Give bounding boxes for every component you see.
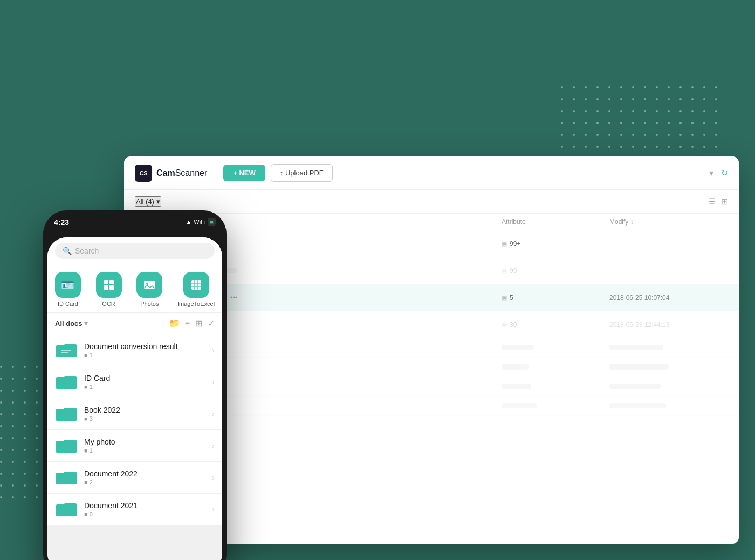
select-icon[interactable]: ✓ <box>208 318 215 329</box>
upload-pdf-button[interactable]: ↑ Upload PDF <box>271 164 333 182</box>
logo-text: CamScanner <box>156 168 207 178</box>
row-attr: ▣ 30 <box>502 321 609 329</box>
folder-info: Book 2022 ■ 3 <box>84 406 212 422</box>
wifi-icon: WiFi <box>194 218 205 225</box>
refresh-icon[interactable]: ↻ <box>721 168 728 178</box>
folder-icon <box>55 468 78 487</box>
folder-count: ■ 0 <box>84 511 212 517</box>
svg-rect-12 <box>144 281 155 289</box>
folder-count: ■ 3 <box>84 415 212 422</box>
chevron-right-icon: › <box>212 473 215 482</box>
svg-point-13 <box>146 283 148 285</box>
row-attr: ▣ 99 <box>502 267 609 275</box>
list-item[interactable]: Document 2021 ■ 0 › <box>47 494 222 525</box>
folder-icon <box>55 341 78 359</box>
phone-folder-list: Document conversion result ■ 1 › ID Car <box>47 334 222 525</box>
folder-name: Document 2021 <box>84 501 212 510</box>
sort-icon[interactable]: ≡ <box>185 319 190 329</box>
desktop-header: CS CamScanner + NEW ↑ Upload PDF ▾ ↻ <box>124 156 739 190</box>
phone-screen: 🔍 Search 🪪 ID Card <box>47 237 222 560</box>
view-icons: ☰ ⊞ <box>708 196 728 207</box>
list-item[interactable]: Document 2022 ■ 2 › <box>47 462 222 494</box>
photos-label: Photos <box>140 301 159 307</box>
logo-icon: CS <box>135 165 152 182</box>
folder-info: ID Card ■ 1 <box>84 374 212 390</box>
folder-name: My photo <box>84 438 212 446</box>
phone-action-ocr[interactable]: OCR <box>96 272 122 307</box>
dropdown-icon[interactable]: ▾ <box>709 168 713 178</box>
folder-name: Document 2022 <box>84 469 212 478</box>
ocr-icon <box>96 272 122 298</box>
folder-count: ■ 2 <box>84 479 212 486</box>
phone-action-imgtoexcel[interactable]: ImageToExcel <box>177 272 215 307</box>
phone-list-toolbar: All docs ▾ 📁 ≡ ⊞ ✓ <box>47 313 222 334</box>
header-icons: ▾ ↻ <box>709 168 728 178</box>
row-attr: ▣ 5 <box>502 294 609 302</box>
phone-search-bar: 🔍 Search <box>47 237 222 264</box>
folder-count: ■ 1 <box>84 447 212 454</box>
list-item[interactable]: Book 2022 ■ 3 › <box>47 398 222 430</box>
imgtoexcel-label: ImageToExcel <box>177 301 215 307</box>
phone-notch-area: 4:23 ▲ WiFi ■ <box>43 210 226 237</box>
col-attribute: Attribute <box>502 218 609 226</box>
battery-icon: ■ <box>208 218 216 226</box>
photos-icon <box>136 272 162 298</box>
svg-rect-19 <box>56 346 77 357</box>
folder-icon <box>55 436 78 455</box>
page-icon: ▣ <box>502 240 507 247</box>
phone-inner: 🔍 Search 🪪 ID Card <box>47 237 222 560</box>
folder-info: Document 2021 ■ 0 <box>84 501 212 517</box>
content-toolbar: All (4) ▾ ☰ ⊞ <box>124 190 739 214</box>
phone-quick-actions: 🪪 ID Card OCR <box>47 264 222 313</box>
row-modify: 2018-06-25 10:07:04 <box>609 294 728 302</box>
dots-decoration-top-right <box>561 86 723 162</box>
folder-count: ■ 1 <box>84 384 212 390</box>
idcard-icon: 🪪 <box>55 272 81 298</box>
chevron-right-icon: › <box>212 409 215 418</box>
chevron-right-icon: › <box>212 441 215 450</box>
svg-rect-26 <box>56 506 77 516</box>
ocr-label: OCR <box>102 301 115 307</box>
grid-icon[interactable]: ⊞ <box>195 318 202 329</box>
list-item[interactable]: ID Card ■ 1 › <box>47 366 222 398</box>
svg-rect-14 <box>191 280 201 290</box>
folder-name: Document conversion result <box>84 342 212 351</box>
folder-icon <box>55 373 78 391</box>
folder-info: Document conversion result ■ 1 <box>84 342 212 358</box>
grid-view-icon[interactable]: ⊞ <box>721 196 728 207</box>
list-item[interactable]: Document conversion result ■ 1 › <box>47 334 222 366</box>
all-docs-label[interactable]: All docs ▾ <box>55 319 88 327</box>
search-icon: 🔍 <box>63 247 72 255</box>
chevron-right-icon: › <box>212 505 215 514</box>
phone-time: 4:23 <box>54 218 69 227</box>
new-button[interactable]: + NEW <box>223 165 265 181</box>
folder-info: My photo ■ 1 <box>84 438 212 454</box>
svg-rect-24 <box>56 442 77 453</box>
logo-area: CS CamScanner <box>135 165 207 182</box>
phone-search-input-container[interactable]: 🔍 Search <box>55 243 215 259</box>
folder-name: ID Card <box>84 374 212 383</box>
folder-count: ■ 1 <box>84 352 212 358</box>
idcard-label: ID Card <box>58 301 78 307</box>
svg-rect-9 <box>109 280 114 284</box>
svg-rect-10 <box>104 285 108 290</box>
phone-notch <box>102 210 167 226</box>
all-docs-filter[interactable]: All (4) ▾ <box>135 196 161 207</box>
search-placeholder: Search <box>75 247 99 255</box>
row-attr: ▣ 99+ <box>502 240 609 248</box>
phone-action-idcard[interactable]: 🪪 ID Card <box>55 272 81 307</box>
phone-action-photos[interactable]: Photos <box>136 272 162 307</box>
svg-rect-25 <box>56 474 77 484</box>
svg-rect-23 <box>56 410 77 421</box>
chevron-right-icon: › <box>212 378 215 386</box>
folder-name: Book 2022 <box>84 406 212 414</box>
svg-rect-8 <box>104 280 108 284</box>
folder-add-icon[interactable]: 📁 <box>169 318 180 329</box>
row-modify: 2018-06-23 12:44:13 <box>609 321 728 329</box>
imgtoexcel-icon <box>183 272 209 298</box>
more-icon[interactable]: ••• <box>230 293 238 302</box>
list-item[interactable]: My photo ■ 1 › <box>47 430 222 462</box>
phone-status-icons: ▲ WiFi ■ <box>186 218 216 226</box>
folder-icon <box>55 405 78 423</box>
list-view-icon[interactable]: ☰ <box>708 196 716 207</box>
